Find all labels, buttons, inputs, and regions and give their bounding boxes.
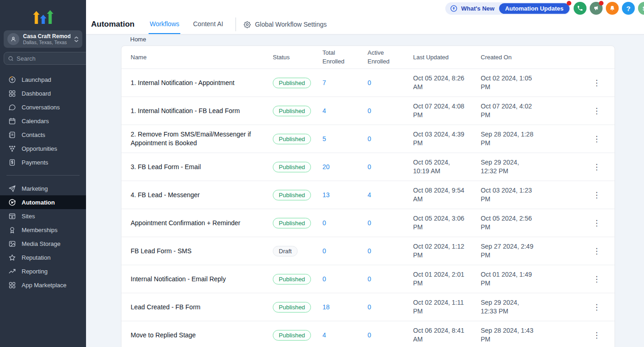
total-enrolled-link[interactable]: 5 [322, 135, 326, 142]
active-enrolled-link[interactable]: 0 [368, 275, 371, 283]
workflow-name-link[interactable]: Lead Created - FB Form [131, 303, 201, 312]
workflow-name-link[interactable]: Move to Replied Stage [131, 331, 196, 340]
last-updated-value: Oct 07 2024, 4:08 PM [413, 102, 467, 119]
account-switcher[interactable]: Casa Craft Remodeli... Dallas, Texas, Te… [4, 30, 82, 48]
total-enrolled-link[interactable]: 7 [322, 79, 326, 86]
row-menu-button[interactable]: ⋮ [590, 330, 604, 341]
sidebar-item-launchpad[interactable]: Launchpad [0, 73, 86, 86]
sidebar-item-reputation[interactable]: Reputation [0, 250, 86, 264]
row-actions-cell: ⋮ [579, 330, 615, 341]
workflow-status-cell: Draft [273, 246, 322, 256]
workflow-name-link[interactable]: 1. Internal Notification - Appointment [131, 79, 235, 87]
row-menu-button[interactable]: ⋮ [590, 301, 604, 313]
total-enrolled-link[interactable]: 20 [322, 163, 330, 171]
table-row[interactable]: 2. Remove From SMS/Email/Messenger if Ap… [121, 125, 615, 153]
workflow-name-link[interactable]: 4. FB Lead - Messenger [131, 191, 200, 199]
workflow-name-link[interactable]: 3. FB Lead Form - Email [131, 163, 201, 171]
total-enrolled-cell: 7 [322, 79, 368, 86]
active-enrolled-link[interactable]: 0 [368, 331, 371, 339]
sidebar-item-memberships[interactable]: Memberships [0, 223, 86, 237]
phone-button[interactable] [574, 2, 586, 15]
table-header-row: Name Status Total Enrolled Active Enroll… [121, 46, 615, 69]
launchpad-icon [8, 76, 16, 84]
total-enrolled-link[interactable]: 13 [322, 191, 330, 199]
active-enrolled-link[interactable]: 0 [368, 219, 371, 227]
opportunities-icon [8, 145, 16, 153]
table-row[interactable]: Lead Created - FB FormPublished180Oct 02… [121, 293, 615, 321]
whats-new-group[interactable]: What's New Automation Updates [445, 2, 570, 15]
tab-workflows[interactable]: Workflows [149, 15, 180, 34]
active-enrolled-link[interactable]: 0 [368, 79, 371, 86]
sidebar-item-marketing[interactable]: Marketing [0, 182, 86, 195]
table-row[interactable]: 1. Internal Notification - AppointmentPu… [121, 69, 615, 97]
row-menu-button[interactable]: ⋮ [590, 161, 604, 173]
memberships-icon [8, 226, 16, 234]
active-enrolled-link[interactable]: 0 [368, 303, 371, 311]
notifications-button[interactable] [606, 2, 619, 15]
row-menu-button[interactable]: ⋮ [590, 217, 604, 229]
global-workflow-settings-button[interactable]: Global Workflow Settings [242, 21, 328, 28]
sidebar-item-app-marketplace[interactable]: App Marketplace [0, 278, 86, 292]
row-menu-button[interactable]: ⋮ [590, 133, 604, 145]
search-input[interactable] [17, 55, 98, 62]
table-row[interactable]: Move to Replied StagePublished40Oct 06 2… [121, 321, 615, 347]
row-menu-button[interactable]: ⋮ [590, 105, 604, 117]
row-menu-button[interactable]: ⋮ [590, 273, 604, 285]
total-enrolled-cell: 0 [322, 275, 368, 283]
sidebar-item-sites[interactable]: Sites [0, 209, 86, 223]
row-menu-button[interactable]: ⋮ [590, 77, 604, 89]
row-menu-button[interactable]: ⋮ [590, 245, 604, 257]
table-row[interactable]: 1. Internal Notification - FB Lead FormP… [121, 97, 615, 125]
breadcrumb-home[interactable]: Home [130, 36, 146, 43]
total-enrolled-cell: 4 [322, 331, 368, 339]
table-row[interactable]: FB Lead Form - SMSDraft00Oct 02 2024, 1:… [121, 237, 615, 265]
breadcrumb: Home [86, 34, 644, 46]
active-enrolled-link[interactable]: 0 [368, 135, 371, 142]
help-button[interactable]: ? [622, 2, 635, 15]
sidebar-item-contacts[interactable]: Contacts [0, 128, 86, 142]
row-menu-button[interactable]: ⋮ [590, 189, 604, 201]
total-enrolled-link[interactable]: 4 [322, 107, 326, 114]
sidebar-item-calendars[interactable]: Calendars [0, 114, 86, 128]
total-enrolled-link[interactable]: 0 [322, 247, 326, 255]
announcements-button[interactable] [590, 2, 603, 15]
total-enrolled-link[interactable]: 18 [322, 303, 330, 311]
app-marketplace-icon [8, 281, 16, 289]
sidebar-item-dashboard[interactable]: Dashboard [0, 86, 86, 100]
total-enrolled-link[interactable]: 4 [322, 331, 326, 339]
calendars-icon [8, 117, 16, 125]
active-enrolled-link[interactable]: 0 [368, 247, 371, 255]
workflow-name-cell: 2. Remove From SMS/Email/Messenger if Ap… [121, 130, 273, 148]
whats-new-label: What's New [461, 5, 494, 12]
workflow-name-link[interactable]: 2. Remove From SMS/Email/Messenger if Ap… [131, 130, 262, 148]
sidebar-item-conversations[interactable]: Conversations [0, 100, 86, 114]
sidebar-nav-secondary: MarketingAutomationSitesMembershipsMedia… [0, 182, 86, 292]
workflow-name-link[interactable]: FB Lead Form - SMS [131, 247, 191, 256]
column-header-created-on: Created On [481, 54, 579, 61]
workflow-status-cell: Published [273, 162, 322, 172]
sidebar-item-opportunities[interactable]: Opportunities [0, 142, 86, 155]
table-row[interactable]: 3. FB Lead Form - EmailPublished200Oct 0… [121, 153, 615, 181]
sidebar-item-media-storage[interactable]: Media Storage [0, 237, 86, 250]
active-enrolled-link[interactable]: 0 [368, 107, 371, 114]
workflow-name-link[interactable]: Internal Notification - Email Reply [131, 275, 226, 284]
table-row[interactable]: Internal Notification - Email ReplyPubli… [121, 265, 615, 293]
tab-content-ai[interactable]: Content AI [192, 15, 224, 34]
table-row[interactable]: Appointment Confirmation + ReminderPubli… [121, 209, 615, 237]
automation-updates-button[interactable]: Automation Updates [499, 3, 569, 14]
workflow-name-link[interactable]: 1. Internal Notification - FB Lead Form [131, 107, 240, 115]
sidebar-item-automation[interactable]: Automation [0, 195, 86, 209]
sidebar-item-reporting[interactable]: Reporting [0, 264, 86, 278]
status-badge: Published [273, 330, 311, 341]
active-enrolled-link[interactable]: 4 [368, 191, 371, 199]
app-logo [0, 0, 86, 28]
account-texts: Casa Craft Remodeli... Dallas, Texas, Te… [23, 33, 70, 45]
table-row[interactable]: 4. FB Lead - MessengerPublished134Oct 08… [121, 181, 615, 209]
sidebar-item-payments[interactable]: Payments [0, 155, 86, 169]
total-enrolled-link[interactable]: 0 [322, 219, 326, 227]
user-avatar[interactable]: S [638, 2, 644, 15]
active-enrolled-link[interactable]: 0 [368, 163, 371, 171]
total-enrolled-link[interactable]: 0 [322, 275, 326, 283]
chevron-updown-icon [74, 36, 79, 42]
workflow-name-link[interactable]: Appointment Confirmation + Reminder [131, 219, 241, 228]
